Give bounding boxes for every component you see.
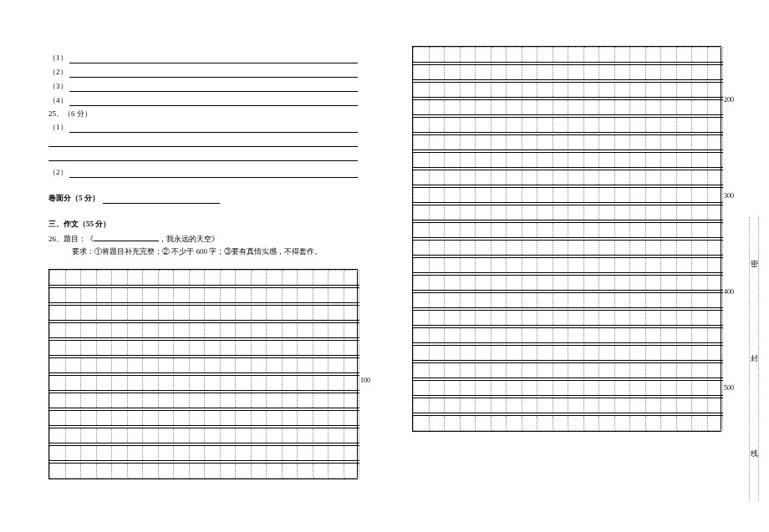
- blank-underline[interactable]: [103, 195, 220, 204]
- blank-row-3: （3）: [48, 80, 358, 92]
- char-count-300: 300: [724, 192, 744, 200]
- q26-suffix: ，我永远的天空》: [159, 235, 219, 243]
- section3-title: 三、作文（55 分）: [48, 219, 358, 230]
- q26-line: 26、题目：《，我永远的天空》: [48, 233, 358, 245]
- juanmian-row: 卷面分（5 分）: [48, 193, 358, 204]
- right-column: 200 300 400 500: [412, 46, 721, 432]
- blank-label-3: （3）: [48, 81, 69, 92]
- q26-prefix: 26、题目：《: [48, 235, 94, 243]
- char-count-500: 500: [724, 384, 744, 392]
- char-count-200: 200: [724, 96, 744, 104]
- blank-underline-full[interactable]: [48, 135, 358, 147]
- q25-2-label: （2）: [48, 167, 69, 178]
- q25-1-row: （1）: [48, 121, 358, 133]
- blank-underline[interactable]: [69, 124, 359, 133]
- blank-underline[interactable]: [69, 69, 359, 78]
- seal-char-1: 密: [751, 259, 758, 270]
- left-column: （1） （2） （3） （4） 25、（6 分） （1） （2） 卷面分（5 分…: [48, 52, 358, 479]
- blank-row-2: （2）: [48, 66, 358, 78]
- char-count-100: 100: [360, 377, 380, 384]
- seal-line-gutter: 密 封 线: [749, 217, 759, 501]
- blank-underline[interactable]: [69, 98, 359, 106]
- q25-2-row: （2）: [48, 166, 358, 178]
- blank-row-4: （4）: [48, 94, 358, 106]
- blank-label-2: （2）: [48, 67, 69, 78]
- q25-1-label: （1）: [48, 122, 69, 133]
- essay-grid-left[interactable]: [48, 269, 358, 479]
- q25-heading: 25、（6 分）: [48, 109, 358, 119]
- char-count-400: 400: [724, 288, 744, 296]
- blank-label-1: （1）: [48, 53, 69, 63]
- blank-label-4: （4）: [48, 95, 69, 106]
- seal-char-2: 封: [751, 353, 758, 364]
- blank-underline[interactable]: [69, 55, 359, 63]
- essay-grid-right[interactable]: [412, 46, 721, 432]
- blank-underline[interactable]: [69, 84, 359, 92]
- q26-requirements: 要求：①将题目补充完整；② 不少于 600 字；③要有真情实感，不得套作。: [72, 246, 358, 257]
- blank-underline-full[interactable]: [48, 149, 358, 161]
- juanmian-label: 卷面分（5 分）: [48, 193, 99, 204]
- essay-grid-right-wrap: 200 300 400 500: [412, 46, 721, 432]
- blank-underline[interactable]: [69, 170, 359, 178]
- seal-char-3: 线: [751, 448, 758, 459]
- blank-row-1: （1）: [48, 52, 358, 63]
- title-blank[interactable]: [94, 233, 159, 241]
- essay-grid-left-wrap: 100: [48, 269, 358, 479]
